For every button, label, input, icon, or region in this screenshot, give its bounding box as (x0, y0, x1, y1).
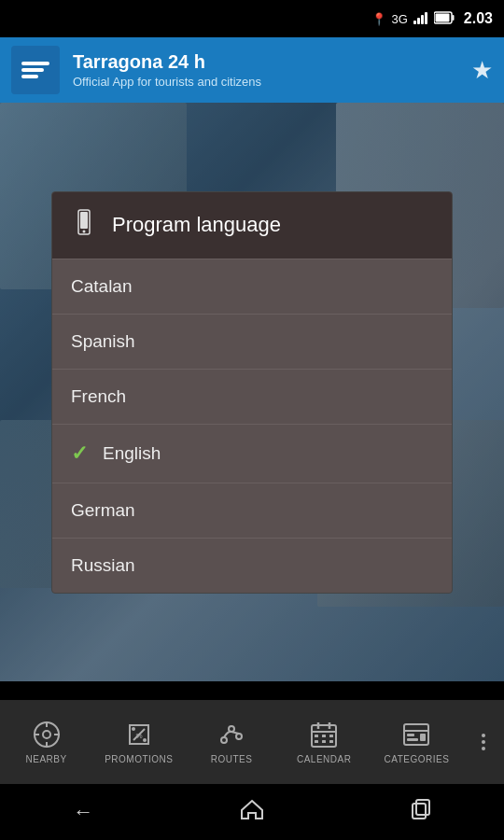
back-button[interactable]: ← (63, 791, 103, 833)
time-display: 2.03 (464, 10, 493, 27)
svg-rect-6 (435, 13, 449, 21)
svg-point-11 (43, 731, 50, 738)
svg-rect-29 (329, 735, 333, 737)
svg-text:%: % (135, 732, 142, 740)
language-label-russian: Russian (71, 555, 433, 576)
svg-rect-28 (322, 735, 326, 737)
signal-label: 3G (392, 12, 408, 26)
language-item-german[interactable]: German (52, 483, 452, 538)
svg-rect-39 (416, 800, 429, 815)
nav-label-categories: CATEGORIES (385, 754, 450, 764)
svg-point-22 (236, 734, 242, 739)
phone-icon (71, 209, 97, 242)
system-nav-bar: ← (0, 784, 504, 840)
nav-label-nearby: NEARBY (26, 754, 67, 764)
nav-item-promotions[interactable]: % PROMOTIONS (92, 712, 185, 772)
app-logo (11, 46, 60, 94)
selected-checkmark: ✓ (71, 441, 88, 466)
svg-point-18 (143, 738, 147, 742)
svg-rect-37 (420, 734, 426, 741)
wifi-icon (413, 11, 428, 27)
nav-item-nearby[interactable]: NEARBY (0, 712, 92, 772)
location-icon: 📍 (371, 12, 386, 26)
svg-rect-3 (425, 12, 427, 24)
language-item-russian[interactable]: Russian (52, 538, 452, 593)
svg-point-16 (132, 727, 135, 731)
svg-rect-32 (329, 740, 333, 743)
dialog-title: Program language (112, 213, 281, 237)
svg-rect-38 (413, 804, 426, 819)
nav-item-calendar[interactable]: CALENDAR (278, 712, 371, 772)
bottom-nav: NEARBY % PROMOTIONS ROUTES (0, 700, 504, 784)
nav-label-routes: ROUTES (211, 754, 253, 764)
svg-rect-8 (80, 212, 88, 229)
recent-button[interactable] (401, 790, 441, 834)
svg-rect-35 (407, 734, 414, 736)
dialog-header: Program language (52, 192, 452, 259)
language-dialog: Program language Catalan Spanish French … (51, 191, 453, 594)
dialog-overlay: Program language Catalan Spanish French … (0, 103, 504, 681)
nav-label-calendar: CALENDAR (297, 754, 351, 764)
app-header: Tarragona 24 h Official App for tourists… (0, 37, 504, 103)
language-item-french[interactable]: French (52, 369, 452, 424)
app-subtitle: Official App for tourists and citizens (73, 75, 471, 89)
svg-point-20 (221, 737, 227, 743)
svg-rect-5 (452, 15, 454, 21)
language-item-spanish[interactable]: Spanish (52, 314, 452, 369)
background-area: Program language Catalan Spanish French … (0, 103, 504, 681)
language-label-french: French (71, 386, 433, 407)
nav-item-more[interactable] (463, 721, 504, 763)
language-label-catalan: Catalan (71, 276, 433, 297)
svg-rect-1 (417, 18, 420, 24)
svg-rect-2 (421, 15, 424, 24)
language-item-catalan[interactable]: Catalan (52, 259, 452, 314)
home-button[interactable] (231, 790, 273, 834)
svg-rect-31 (322, 740, 326, 743)
language-label-english: English (103, 443, 433, 464)
nav-label-promotions: PROMOTIONS (105, 754, 173, 764)
language-label-spanish: Spanish (71, 331, 433, 352)
battery-icon (434, 11, 455, 27)
svg-rect-36 (407, 738, 418, 741)
status-bar: 📍 3G 2.03 (0, 0, 504, 37)
bookmark-button[interactable]: ★ (471, 56, 493, 85)
app-title-block: Tarragona 24 h Official App for tourists… (73, 51, 471, 89)
svg-rect-27 (315, 735, 318, 737)
language-label-german: German (71, 500, 433, 521)
app-title: Tarragona 24 h (73, 51, 471, 73)
svg-point-9 (83, 230, 86, 232)
language-item-english[interactable]: ✓ English (52, 424, 452, 483)
nav-item-categories[interactable]: CATEGORIES (371, 712, 463, 772)
nav-item-routes[interactable]: ROUTES (185, 712, 277, 772)
more-icon (478, 728, 489, 756)
svg-rect-0 (413, 21, 416, 24)
svg-rect-30 (315, 740, 318, 743)
